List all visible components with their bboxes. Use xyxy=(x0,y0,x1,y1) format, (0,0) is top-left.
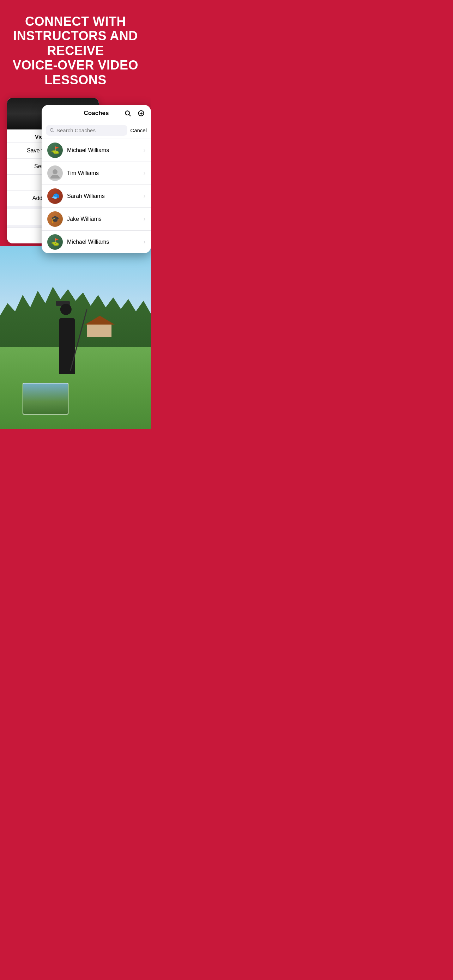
golf-house xyxy=(85,316,113,335)
coach-avatar-michael2: ⛳ xyxy=(47,234,63,250)
golfer-head xyxy=(60,304,72,315)
chevron-icon-tim: › xyxy=(144,170,145,177)
coach-item-sarah[interactable]: 🧢 Sarah Williams › xyxy=(41,185,151,208)
svg-point-7 xyxy=(52,169,57,174)
coach-item-tim[interactable]: Tim Williams › xyxy=(41,162,151,185)
svg-line-1 xyxy=(129,115,130,116)
screenshots-area: Video Options Save to Camera Roll Send t… xyxy=(0,98,151,246)
search-cancel-button[interactable]: Cancel xyxy=(130,127,147,134)
header-line3: VOICE-OVER VIDEO LESSONS xyxy=(13,58,138,87)
thumbnail-inner xyxy=(23,383,68,414)
search-bar: Cancel xyxy=(41,122,151,139)
search-input-wrap xyxy=(46,125,127,136)
header-section: CONNECT WITH INSTRUCTORS AND RECEIVE VOI… xyxy=(0,0,151,98)
golfer-body xyxy=(59,318,75,374)
golf-background xyxy=(0,246,151,430)
header-text: CONNECT WITH INSTRUCTORS AND RECEIVE VOI… xyxy=(0,0,151,98)
golfer-figure xyxy=(53,304,81,374)
coach-name-jake: Jake Williams xyxy=(67,216,144,222)
chevron-icon-michael1: › xyxy=(144,147,145,153)
coaches-list: ⛳ Michael Williams › Tim Williams › xyxy=(41,139,151,253)
chevron-icon-jake: › xyxy=(144,216,145,222)
header-line2: INSTRUCTORS AND RECEIVE xyxy=(13,29,138,57)
search-input-icon xyxy=(49,128,54,133)
house-roof xyxy=(85,316,114,325)
coach-item-michael1[interactable]: ⛳ Michael Williams › xyxy=(41,139,151,162)
video-thumbnail-overlay xyxy=(22,383,68,415)
coach-avatar-sarah: 🧢 xyxy=(47,188,63,204)
coach-item-michael2[interactable]: ⛳ Michael Williams › xyxy=(41,231,151,253)
coaches-header: Coaches xyxy=(41,105,151,122)
golf-image-section xyxy=(0,246,151,430)
header-line1: CONNECT WITH xyxy=(25,14,126,29)
house-body xyxy=(87,325,111,337)
coach-avatar-tim xyxy=(47,165,63,181)
chevron-icon-sarah: › xyxy=(144,193,145,199)
coaches-card: Coaches xyxy=(41,105,151,253)
coach-name-michael1: Michael Williams xyxy=(67,147,144,153)
coaches-icons xyxy=(124,109,145,118)
coach-name-tim: Tim Williams xyxy=(67,170,144,177)
coaches-title: Coaches xyxy=(84,110,109,117)
search-icon[interactable] xyxy=(124,109,132,118)
coach-item-jake[interactable]: 🎓 Jake Williams › xyxy=(41,208,151,231)
coach-avatar-jake: 🎓 xyxy=(47,211,63,227)
svg-line-6 xyxy=(53,131,54,132)
search-coaches-input[interactable] xyxy=(56,127,124,134)
chevron-icon-michael2: › xyxy=(144,239,145,245)
add-icon[interactable] xyxy=(137,109,145,118)
coach-avatar-michael1: ⛳ xyxy=(47,143,63,158)
coach-name-michael2: Michael Williams xyxy=(67,239,144,245)
coach-name-sarah: Sarah Williams xyxy=(67,193,144,199)
svg-point-8 xyxy=(51,175,60,178)
